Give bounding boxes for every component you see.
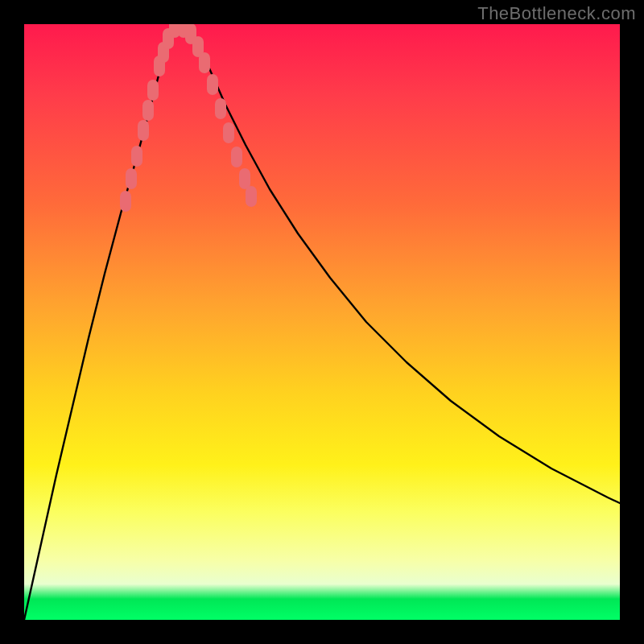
- curve-marker: [215, 98, 226, 119]
- watermark-text: TheBottleneck.com: [477, 3, 636, 24]
- curve-marker: [239, 168, 250, 189]
- curve-marker: [147, 80, 159, 101]
- curve-markers: [120, 24, 257, 212]
- curve-marker: [120, 191, 131, 212]
- curve-marker: [199, 52, 210, 73]
- chart-frame: TheBottleneck.com: [0, 0, 644, 644]
- curve-marker: [126, 168, 137, 189]
- curve-marker: [138, 120, 149, 141]
- bottleneck-curve: [24, 26, 620, 620]
- chart-svg: [24, 24, 620, 620]
- curve-marker: [246, 186, 257, 207]
- curve-marker: [131, 146, 142, 167]
- plot-area: [24, 24, 620, 620]
- curve-marker: [223, 122, 234, 143]
- curve-marker: [142, 100, 154, 121]
- curve-marker: [231, 147, 242, 167]
- curve-marker: [207, 74, 218, 95]
